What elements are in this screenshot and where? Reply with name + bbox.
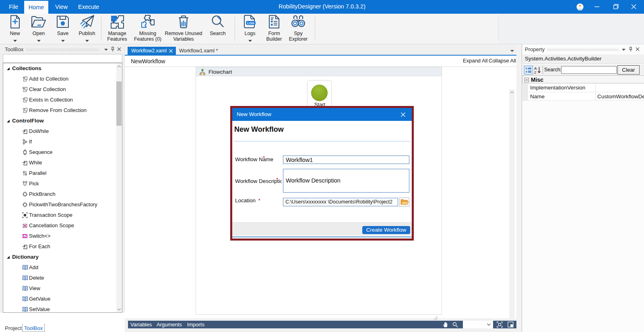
svg-text:LOG: LOG — [247, 21, 254, 25]
svg-text:Z: Z — [534, 70, 537, 75]
